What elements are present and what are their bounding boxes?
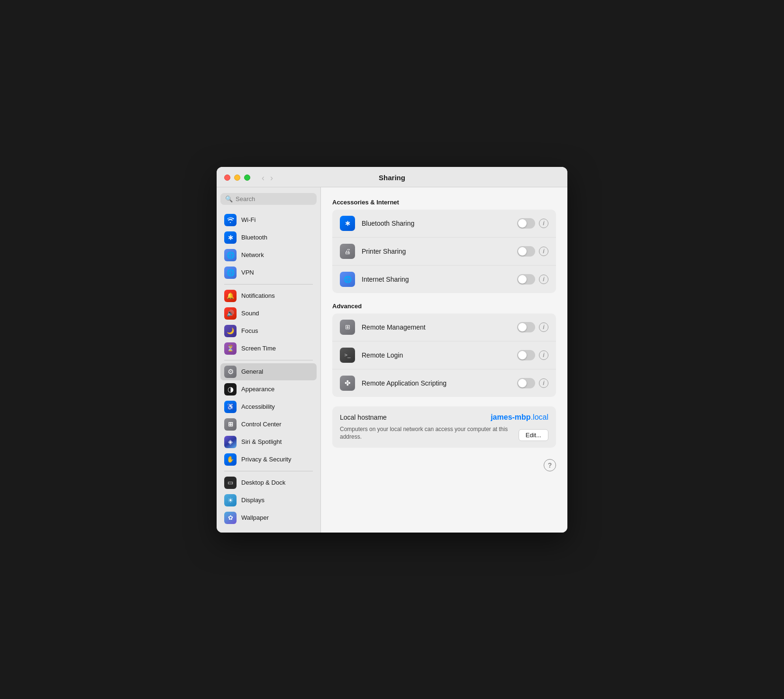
- hostname-edit-button[interactable]: Edit...: [519, 429, 548, 441]
- hostname-suffix: .local: [531, 413, 548, 421]
- sidebar-label-wifi: Wi-Fi: [241, 216, 255, 223]
- internet-sharing-info-button[interactable]: i: [539, 275, 548, 284]
- remote-login-icon: >_: [340, 348, 355, 363]
- search-input[interactable]: [236, 195, 312, 202]
- internet-sharing-icon: 🌐: [340, 272, 355, 287]
- internet-sharing-toggle[interactable]: [517, 274, 535, 285]
- sidebar-item-appearance[interactable]: ◑ Appearance: [220, 381, 317, 398]
- remote-scripting-row: ✤ Remote Application Scripting i: [332, 369, 556, 397]
- remote-management-toggle[interactable]: [517, 322, 535, 332]
- sidebar-label-sound: Sound: [241, 310, 259, 317]
- forward-button[interactable]: ›: [268, 174, 275, 182]
- sidebar-label-controlcenter: Control Center: [241, 421, 282, 428]
- hostname-card: Local hostname james-mbp.local Computers…: [332, 406, 556, 448]
- hostname-label: Local hostname: [340, 414, 387, 421]
- close-button[interactable]: [224, 175, 230, 181]
- remote-scripting-info-button[interactable]: i: [539, 378, 548, 388]
- sidebar-item-screentime[interactable]: ⏳ Screen Time: [220, 340, 317, 357]
- bluetooth-sharing-row: ∗ Bluetooth Sharing i: [332, 210, 556, 238]
- sidebar-item-general[interactable]: ⚙ General: [220, 363, 317, 380]
- advanced-card: ⊞ Remote Management i >_ Remote Login i: [332, 313, 556, 397]
- search-icon: 🔍: [225, 195, 233, 202]
- notifications-icon: 🔔: [224, 290, 237, 302]
- titlebar: ‹ › Sharing: [217, 167, 567, 187]
- sidebar-label-displays: Displays: [241, 497, 264, 504]
- hostname-row: Local hostname james-mbp.local: [340, 413, 548, 422]
- sidebar-item-network[interactable]: 🌐 Network: [220, 247, 317, 264]
- printer-sharing-toggle[interactable]: [517, 246, 535, 257]
- nav-buttons: ‹ ›: [260, 174, 275, 182]
- general-icon: ⚙: [224, 366, 237, 378]
- minimize-button[interactable]: [234, 175, 240, 181]
- printer-sharing-info-button[interactable]: i: [539, 247, 548, 256]
- sidebar-label-notifications: Notifications: [241, 292, 275, 299]
- sidebar-item-wallpaper[interactable]: ✿ Wallpaper: [220, 509, 317, 526]
- bluetooth-sharing-info-button[interactable]: i: [539, 219, 548, 228]
- sidebar-label-bluetooth: Bluetooth: [241, 234, 267, 241]
- section1-label: Accessories & Internet: [332, 199, 556, 206]
- maximize-button[interactable]: [244, 175, 250, 181]
- vpn-icon: 🌐: [224, 267, 237, 279]
- hostname-bold: james-mbp: [491, 413, 530, 421]
- remote-scripting-controls: i: [517, 378, 548, 388]
- back-button[interactable]: ‹: [260, 174, 266, 182]
- sound-icon: 🔊: [224, 307, 237, 320]
- privacy-icon: ✋: [224, 453, 237, 466]
- remote-management-info-button[interactable]: i: [539, 322, 548, 332]
- appearance-icon: ◑: [224, 383, 237, 395]
- sidebar-label-siri: Siri & Spotlight: [241, 438, 282, 445]
- remote-login-toggle[interactable]: [517, 350, 535, 360]
- sidebar-item-desktop[interactable]: ▭ Desktop & Dock: [220, 474, 317, 491]
- sidebar-divider-2: [224, 360, 313, 360]
- sidebar-label-wallpaper: Wallpaper: [241, 514, 269, 521]
- sidebar-item-privacy[interactable]: ✋ Privacy & Security: [220, 451, 317, 468]
- sidebar-label-general: General: [241, 368, 263, 375]
- sidebar-label-focus: Focus: [241, 327, 258, 334]
- sidebar-item-bluetooth[interactable]: ∗ Bluetooth: [220, 229, 317, 246]
- sidebar-label-accessibility: Accessibility: [241, 403, 275, 410]
- bluetooth-sharing-label: Bluetooth Sharing: [362, 220, 511, 227]
- search-bar[interactable]: 🔍: [220, 193, 317, 205]
- wifi-icon: [224, 214, 237, 226]
- hostname-bottom: Computers on your local network can acce…: [340, 425, 548, 441]
- sidebar-item-siri[interactable]: ◈ Siri & Spotlight: [220, 433, 317, 451]
- hostname-description: Computers on your local network can acce…: [340, 425, 519, 441]
- bluetooth-sharing-controls: i: [517, 218, 548, 229]
- traffic-lights: [224, 175, 250, 181]
- sidebar-item-wifi[interactable]: Wi-Fi: [220, 212, 317, 229]
- controlcenter-icon: ⊞: [224, 418, 237, 431]
- sidebar-divider-3: [224, 471, 313, 471]
- accessibility-icon: ♿: [224, 401, 237, 413]
- internet-sharing-label: Internet Sharing: [362, 276, 511, 283]
- printer-sharing-icon: 🖨: [340, 244, 355, 259]
- sidebar-item-sound[interactable]: 🔊 Sound: [220, 305, 317, 322]
- help-button[interactable]: ?: [544, 459, 556, 471]
- remote-login-label: Remote Login: [362, 351, 511, 359]
- remote-login-controls: i: [517, 350, 548, 360]
- remote-login-info-button[interactable]: i: [539, 350, 548, 360]
- bluetooth-icon: ∗: [224, 231, 237, 244]
- sidebar-label-desktop: Desktop & Dock: [241, 479, 285, 486]
- displays-icon: ☀: [224, 494, 237, 506]
- remote-scripting-icon: ✤: [340, 376, 355, 391]
- remote-scripting-label: Remote Application Scripting: [362, 379, 511, 387]
- sidebar-item-displays[interactable]: ☀ Displays: [220, 492, 317, 509]
- remote-scripting-toggle[interactable]: [517, 378, 535, 388]
- sidebar-item-vpn[interactable]: 🌐 VPN: [220, 264, 317, 281]
- footer: ?: [332, 455, 556, 471]
- window-title: Sharing: [379, 174, 405, 182]
- sidebar-item-accessibility[interactable]: ♿ Accessibility: [220, 398, 317, 415]
- internet-sharing-row: 🌐 Internet Sharing i: [332, 266, 556, 293]
- bluetooth-sharing-toggle[interactable]: [517, 218, 535, 229]
- sidebar-label-appearance: Appearance: [241, 386, 274, 393]
- sidebar-label-screentime: Screen Time: [241, 345, 276, 352]
- remote-management-icon: ⊞: [340, 320, 355, 335]
- printer-sharing-label: Printer Sharing: [362, 248, 511, 255]
- sidebar-item-notifications[interactable]: 🔔 Notifications: [220, 287, 317, 304]
- remote-management-controls: i: [517, 322, 548, 332]
- sidebar-item-focus[interactable]: 🌙 Focus: [220, 322, 317, 340]
- system-preferences-window: ‹ › Sharing 🔍 Wi-Fi ∗ Bluetooth: [217, 167, 567, 533]
- sidebar-item-controlcenter[interactable]: ⊞ Control Center: [220, 416, 317, 433]
- focus-icon: 🌙: [224, 325, 237, 337]
- section2-label: Advanced: [332, 303, 556, 310]
